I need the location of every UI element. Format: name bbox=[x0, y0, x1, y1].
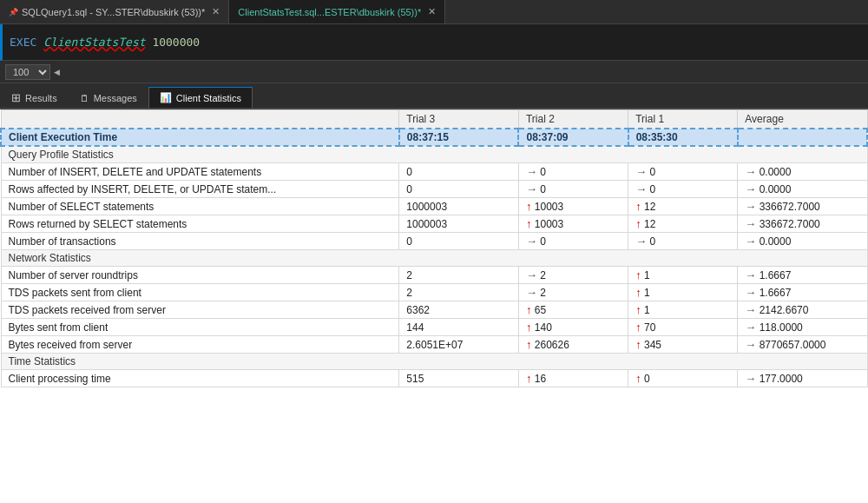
results-icon: ⊞ bbox=[11, 91, 21, 104]
row-avg: → 8770657.0000 bbox=[738, 336, 867, 354]
row-trial1: ↑ 12 bbox=[628, 198, 738, 215]
row-trial3-client-exec: 08:37:15 bbox=[399, 129, 519, 146]
code-editor[interactable]: EXEC ClientStatsTest 1000000 bbox=[0, 24, 868, 61]
tab-sqlquery1[interactable]: 📌 SQLQuery1.sql - SY...STER\dbuskirk (53… bbox=[0, 0, 229, 23]
table-row: Number of transactions 0 → 0 → 0 → 0.000… bbox=[1, 233, 867, 250]
table-row: TDS packets received from server 6362 ↑ … bbox=[1, 301, 867, 319]
row-avg: → 118.0000 bbox=[738, 319, 867, 336]
zoom-arrow-icon: ◀ bbox=[54, 68, 60, 76]
tab-pin-icon: 📌 bbox=[9, 8, 18, 17]
row-trial1-client-exec: 08:35:30 bbox=[628, 129, 738, 146]
row-trial1: → 0 bbox=[628, 233, 738, 250]
arrow-up-icon: ↑ bbox=[635, 286, 641, 299]
row-name: Number of transactions bbox=[1, 233, 399, 250]
row-trial3: 2 bbox=[399, 267, 519, 284]
row-trial2: ↑ 10003 bbox=[518, 198, 628, 215]
arrow-up-icon: ↑ bbox=[635, 303, 641, 316]
row-trial1: → 0 bbox=[628, 181, 738, 198]
row-trial2: ↑ 65 bbox=[518, 301, 628, 319]
arrow-icon: → bbox=[745, 303, 756, 316]
stats-table: Trial 3 Trial 2 Trial 1 Average Client E… bbox=[0, 109, 868, 387]
row-trial1: ↑ 1 bbox=[628, 267, 738, 284]
tab-close-clientstatstest[interactable]: ✕ bbox=[428, 6, 436, 17]
table-row: Query Profile Statistics bbox=[1, 146, 867, 163]
tab-clientstatstest[interactable]: ClientStatsTest.sql...ESTER\dbuskirk (55… bbox=[229, 0, 445, 23]
proc-name: ClientStatsTest bbox=[43, 36, 145, 49]
table-row: TDS packets sent from client 2 → 2 ↑ 1 →… bbox=[1, 284, 867, 301]
proc-param: 1000000 bbox=[152, 36, 200, 49]
row-trial2: → 0 bbox=[518, 163, 628, 181]
table-body: Client Execution Time 08:37:15 08:37:09 … bbox=[1, 129, 867, 387]
row-avg: → 0.0000 bbox=[738, 233, 867, 250]
row-avg: → 0.0000 bbox=[738, 181, 867, 198]
row-trial1: ↑ 70 bbox=[628, 319, 738, 336]
tab-client-statistics[interactable]: 📊 Client Statistics bbox=[148, 87, 253, 108]
arrow-up-icon: ↑ bbox=[526, 338, 532, 351]
row-trial2: ↑ 140 bbox=[518, 319, 628, 336]
row-trial1: ↑ 1 bbox=[628, 284, 738, 301]
row-avg: → 336672.7000 bbox=[738, 215, 867, 233]
arrow-up-icon: ↑ bbox=[635, 217, 641, 230]
row-trial2: ↑ 260626 bbox=[518, 336, 628, 354]
row-trial2: → 2 bbox=[518, 267, 628, 284]
arrow-up-icon: ↑ bbox=[526, 200, 532, 213]
row-name: Number of SELECT statements bbox=[1, 198, 399, 215]
row-trial3: 515 bbox=[399, 370, 519, 387]
arrow-up-icon: ↑ bbox=[526, 303, 532, 316]
col-header-name bbox=[1, 110, 399, 129]
row-avg: → 1.6667 bbox=[738, 284, 867, 301]
messages-icon: 🗒 bbox=[80, 93, 89, 103]
row-trial3: 2.6051E+07 bbox=[399, 336, 519, 354]
arrow-up-icon: ↑ bbox=[526, 321, 532, 334]
row-trial3: 0 bbox=[399, 163, 519, 181]
row-name: Rows affected by INSERT, DELETE, or UPDA… bbox=[1, 181, 399, 198]
arrow-icon: → bbox=[745, 321, 756, 334]
main-window: 📌 SQLQuery1.sql - SY...STER\dbuskirk (53… bbox=[0, 0, 868, 503]
row-trial3: 144 bbox=[399, 319, 519, 336]
row-name: Bytes sent from client bbox=[1, 319, 399, 336]
row-trial2-client-exec: 08:37:09 bbox=[518, 129, 628, 146]
row-avg: → 2142.6670 bbox=[738, 301, 867, 319]
row-trial1: ↑ 12 bbox=[628, 215, 738, 233]
arrow-icon: → bbox=[745, 182, 756, 195]
arrow-icon: → bbox=[745, 217, 756, 230]
section-query-profile: Query Profile Statistics bbox=[1, 146, 867, 163]
arrow-icon: → bbox=[526, 165, 537, 178]
tab-results[interactable]: ⊞ Results bbox=[0, 87, 69, 108]
row-avg: → 1.6667 bbox=[738, 267, 867, 284]
arrow-icon: → bbox=[745, 286, 756, 299]
table-row: Number of server roundtrips 2 → 2 ↑ 1 → … bbox=[1, 267, 867, 284]
code-line: EXEC ClientStatsTest 1000000 bbox=[10, 36, 200, 49]
table-row: Network Statistics bbox=[1, 250, 867, 267]
col-header-trial1: Trial 1 bbox=[628, 110, 738, 129]
tab-close-sqlquery1[interactable]: ✕ bbox=[212, 6, 220, 17]
row-avg-client-exec bbox=[738, 129, 867, 146]
row-trial1: ↑ 345 bbox=[628, 336, 738, 354]
tab-messages[interactable]: 🗒 Messages bbox=[69, 87, 148, 108]
row-name-client-exec-time: Client Execution Time bbox=[1, 129, 399, 146]
arrow-icon: → bbox=[745, 372, 756, 385]
row-trial2: → 0 bbox=[518, 233, 628, 250]
row-trial3: 2 bbox=[399, 284, 519, 301]
tab-bar: 📌 SQLQuery1.sql - SY...STER\dbuskirk (53… bbox=[0, 0, 868, 24]
arrow-up-icon: ↑ bbox=[526, 217, 532, 230]
arrow-up-icon: ↑ bbox=[526, 372, 532, 385]
arrow-icon: → bbox=[635, 165, 647, 178]
arrow-icon: → bbox=[635, 182, 647, 195]
arrow-icon: → bbox=[745, 200, 756, 213]
col-header-average: Average bbox=[738, 110, 867, 129]
tab-results-label: Results bbox=[25, 93, 57, 103]
result-tabs: ⊞ Results 🗒 Messages 📊 Client Statistics bbox=[0, 83, 868, 109]
row-trial3: 1000003 bbox=[399, 198, 519, 215]
content-area: Trial 3 Trial 2 Trial 1 Average Client E… bbox=[0, 109, 868, 503]
arrow-icon: → bbox=[745, 165, 756, 178]
arrow-icon: → bbox=[526, 286, 537, 299]
arrow-icon: → bbox=[745, 338, 756, 351]
row-name: Rows returned by SELECT statements bbox=[1, 215, 399, 233]
table-row: Bytes received from server 2.6051E+07 ↑ … bbox=[1, 336, 867, 354]
zoom-select[interactable]: 100 % 75 % 125 % bbox=[5, 64, 50, 80]
tab-clientstats-label: Client Statistics bbox=[176, 93, 241, 103]
row-trial3: 0 bbox=[399, 181, 519, 198]
tab-messages-label: Messages bbox=[94, 93, 137, 103]
table-row: Rows affected by INSERT, DELETE, or UPDA… bbox=[1, 181, 867, 198]
